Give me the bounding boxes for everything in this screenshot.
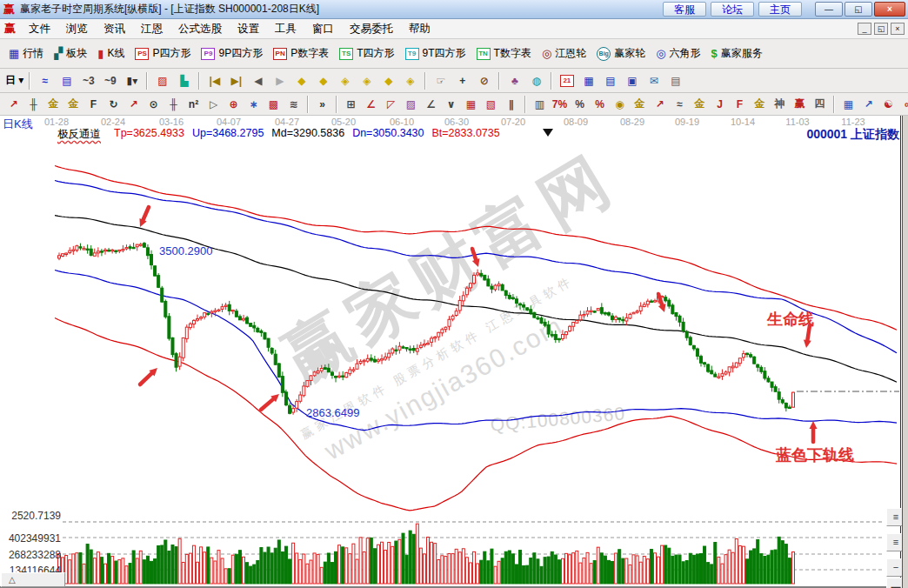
menu-item-file[interactable]: 文件 — [21, 20, 58, 38]
tool-first-page[interactable]: |◀ — [204, 71, 224, 90]
toolbar-button-t-number-table[interactable]: TNT数字表 — [471, 44, 537, 63]
titlebar-link-customer-service[interactable]: 客服 — [663, 2, 706, 17]
toolbar-button-9t-square[interactable]: T99T四方形 — [400, 44, 471, 63]
tool-fib-lines[interactable]: F — [84, 96, 103, 113]
menu-item-settings[interactable]: 设置 — [230, 20, 267, 38]
menu-item-formula-stock-pick[interactable]: 公式选股 — [170, 20, 230, 38]
tool-diamond-all[interactable]: ◈ — [400, 71, 420, 90]
menu-item-tools[interactable]: 工具 — [267, 20, 304, 38]
tool-grid-cross[interactable]: ▩ — [264, 96, 283, 113]
tool-percent-seven[interactable]: 7% — [551, 96, 569, 113]
child-restore-button[interactable]: ◱ — [874, 23, 888, 35]
tool-diamond-horizontal[interactable]: ◈ — [335, 71, 355, 90]
tool-price-lines[interactable]: ╫ — [164, 96, 183, 113]
tool-calendar[interactable]: 21 — [557, 71, 577, 90]
tool-last-page[interactable]: ▶| — [226, 71, 246, 90]
kline-chart-canvas[interactable]: 赢家财富网www.yingjia360.comQQ:100800360赢家江恩软… — [0, 116, 908, 588]
child-minimize-button[interactable]: _ — [858, 23, 871, 35]
tool-si-angle[interactable]: 四 — [811, 96, 829, 113]
tool-diamond-8way[interactable]: ◆ — [378, 71, 398, 90]
menu-item-help[interactable]: 帮助 — [401, 20, 438, 38]
titlebar-link-forum[interactable]: 论坛 — [711, 2, 754, 17]
tool-pattern-search[interactable]: ▨ — [152, 71, 172, 90]
tool-box-tool[interactable]: ⊞ — [342, 96, 360, 113]
menu-item-window[interactable]: 窗口 — [304, 20, 342, 38]
tool-notebook[interactable]: ▤ — [600, 71, 620, 90]
tool-period-selector[interactable]: 日 ▾ — [4, 71, 24, 90]
tool-grid-highlight[interactable]: ▦ — [839, 96, 858, 113]
tool-percent[interactable]: % — [571, 96, 589, 113]
tool-box-rays[interactable]: ▨ — [402, 96, 420, 113]
tool-next-stock[interactable]: ▶ — [270, 71, 290, 90]
tool-prev-stock[interactable]: ◀ — [248, 71, 268, 90]
titlebar-link-home[interactable]: 主页 — [758, 2, 802, 17]
tool-gold-wave[interactable]: 金 — [631, 96, 649, 113]
tool-calculator[interactable]: ▦ — [578, 71, 598, 90]
tool-diamond-right[interactable]: ◆ — [313, 71, 333, 90]
tool-gann-grid-lines[interactable]: ╫ — [24, 96, 43, 113]
tool-j-angle[interactable]: J — [711, 96, 729, 113]
menu-item-news[interactable]: 资讯 — [96, 20, 133, 38]
tool-diamond-4way[interactable]: ◈ — [357, 71, 377, 90]
tool-measure-pen[interactable]: ↗ — [124, 96, 143, 113]
toolbar-button-9p-square[interactable]: P99P四方形 — [196, 44, 268, 63]
tool-grid-arrow[interactable]: ▧ — [482, 96, 500, 113]
toolbar-button-kline[interactable]: ▮K线 — [92, 44, 130, 63]
tool-wave-3[interactable]: ~3 — [78, 71, 98, 90]
tool-yin-yang[interactable]: ☯ — [879, 96, 898, 113]
tool-gold-segment-2[interactable]: 金 — [64, 96, 83, 113]
toolbar-button-winner-service[interactable]: $赢家服务 — [706, 44, 768, 63]
tool-crosshair[interactable]: + — [452, 71, 472, 90]
tool-gold-segment-1[interactable]: 金 — [44, 96, 63, 113]
tool-percent-lines[interactable]: % — [591, 96, 609, 113]
tool-f-angle[interactable]: F — [731, 96, 749, 113]
toolbar-button-hexagon[interactable]: ◎六角形 — [651, 44, 705, 63]
tool-flag-pen[interactable]: ↗ — [651, 96, 669, 113]
tool-crosshair-target[interactable]: ⊕ — [224, 96, 243, 113]
tool-shen-angle[interactable]: 神 — [771, 96, 789, 113]
tool-gold-angle[interactable]: 金 — [691, 96, 709, 113]
toolbar-button-sectors[interactable]: ▞板块 — [49, 44, 92, 63]
tool-net-mail[interactable]: ✉ — [644, 71, 664, 90]
menu-item-browse[interactable]: 浏览 — [58, 20, 96, 38]
tool-expand-more[interactable]: » — [313, 96, 331, 113]
toolbar-button-p-number-table[interactable]: PNP数字表 — [268, 44, 334, 63]
toolbar-button-quotes[interactable]: ▦行情 — [3, 44, 49, 63]
tool-ruler-percent[interactable]: ▥ — [531, 96, 549, 113]
tool-mini-kline[interactable]: ↗ — [859, 96, 878, 113]
panel-expand-button[interactable]: △ — [1, 572, 65, 587]
tool-fan-in-box[interactable]: ◸ — [382, 96, 400, 113]
tool-stat-chart[interactable]: ▙ — [174, 71, 194, 90]
tool-wave-segment[interactable]: ≋ — [284, 96, 303, 113]
close-button[interactable]: × — [874, 2, 905, 17]
tool-amplitude-wave[interactable]: ≈ — [671, 96, 689, 113]
tool-n-square[interactable]: n² — [184, 96, 203, 113]
tool-printer[interactable]: ▤ — [665, 71, 685, 90]
tool-gann-marker[interactable]: ♣ — [504, 71, 524, 90]
tool-candle-style[interactable]: ▮▾ — [122, 71, 142, 90]
tool-cycle-arc[interactable]: ↻ — [104, 96, 123, 113]
tool-time-cycle[interactable]: ⊙ — [144, 96, 163, 113]
toolbar-button-gann-wheel[interactable]: ◎江恩轮 — [537, 44, 591, 63]
tool-intraday-chart[interactable]: ≈ — [35, 71, 55, 90]
tool-gold-angle-2[interactable]: 金 — [751, 96, 769, 113]
tool-angle-set[interactable]: ∠ — [422, 96, 440, 113]
tool-wave-9[interactable]: ~9 — [100, 71, 120, 90]
tool-diamond-left[interactable]: ◆ — [291, 71, 311, 90]
tool-gold-circle[interactable]: ◉ — [611, 96, 629, 113]
tool-hand-drag[interactable]: ☞ — [431, 71, 451, 90]
tool-f10-info[interactable]: ▤ — [57, 71, 77, 90]
tool-spiral-tool[interactable]: ◍ — [526, 71, 546, 90]
toolbar-button-t-square[interactable]: TST四方形 — [334, 44, 399, 63]
minimize-button[interactable]: — — [815, 2, 843, 17]
tool-zoom-cancel[interactable]: ⊘ — [474, 71, 494, 90]
child-close-button[interactable]: × — [891, 23, 905, 35]
menu-item-gann[interactable]: 江恩 — [133, 20, 170, 38]
menu-item-trade-entrust[interactable]: 交易委托 — [342, 20, 401, 38]
tool-infinity[interactable]: ∞ — [899, 96, 908, 113]
toolbar-button-winner-wheel[interactable]: Big赢家轮 — [591, 44, 651, 63]
tool-save[interactable]: ▣ — [622, 71, 642, 90]
tool-star-burst[interactable]: ∗ — [244, 96, 263, 113]
tool-gann-fan[interactable]: ∠ — [362, 96, 380, 113]
tool-win-angle[interactable]: 赢 — [791, 96, 809, 113]
